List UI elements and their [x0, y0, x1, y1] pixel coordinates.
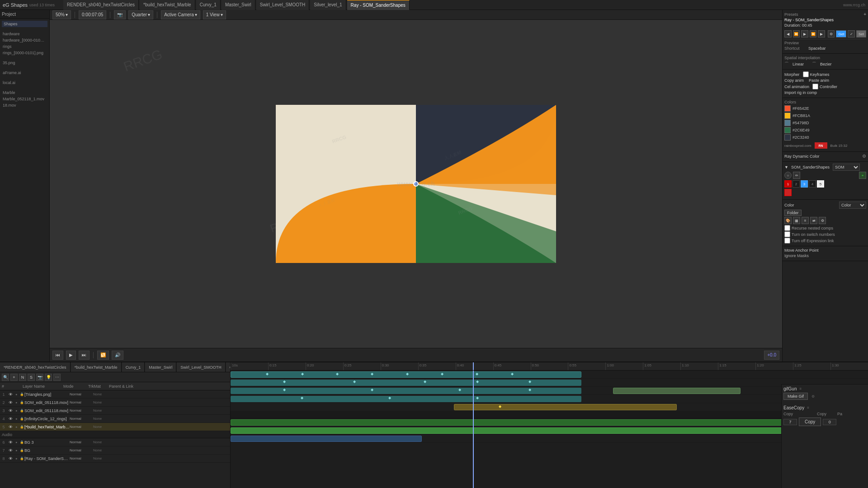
- loop-btn[interactable]: 🔁: [97, 351, 109, 360]
- lc-light-btn[interactable]: 💡: [45, 374, 52, 381]
- lr-solo-6[interactable]: ●: [14, 441, 19, 444]
- lr-solo-8[interactable]: ●: [14, 457, 19, 460]
- rp-nav-right2[interactable]: ⏩: [810, 30, 817, 38]
- color-item-2[interactable]: #FCB81A: [784, 113, 866, 119]
- rp-morpher-label[interactable]: Morpher: [784, 72, 800, 77]
- rp-linear-label[interactable]: Linear: [793, 62, 804, 66]
- rp-recurse-check[interactable]: [784, 225, 790, 231]
- track-bar-3[interactable]: ◆ ◆ ◆ ◆: [231, 388, 581, 394]
- rp-keyframes-check[interactable]: [803, 71, 809, 77]
- rp-som-toggle[interactable]: ▼: [784, 165, 788, 169]
- lr-solo-5[interactable]: ●: [14, 425, 19, 428]
- lr-lock-1[interactable]: 🔒: [19, 393, 24, 396]
- color-item-4[interactable]: #2C6E49: [784, 127, 866, 133]
- rp-folder-btn[interactable]: Folder: [784, 210, 802, 216]
- lr-eye-1[interactable]: 👁: [7, 392, 14, 397]
- rp-add-icon[interactable]: +: [859, 172, 866, 179]
- lr-solo-2[interactable]: ●: [14, 401, 19, 404]
- next-frame-btn[interactable]: ⏭: [79, 351, 90, 360]
- slot-2[interactable]: 2: [793, 180, 800, 188]
- lr-lock-4[interactable]: 🔒: [19, 417, 24, 421]
- tab-swirl-smooth[interactable]: Swirl_Level_SMOOTH: [256, 0, 310, 10]
- rp-bezier-label[interactable]: Bezier: [820, 62, 832, 66]
- view-count-btn[interactable]: 1 View ▾: [203, 10, 226, 19]
- slot-5[interactable]: 5: [817, 180, 824, 188]
- rp-plus-icon[interactable]: +: [863, 12, 866, 17]
- rp-grid-icon[interactable]: ▦: [793, 217, 800, 224]
- lc-search-btn[interactable]: 🔍: [2, 374, 9, 381]
- track-area[interactable]: ◆ ◆ ◆ ◆ ◆ ◆ ◆ ◆ ◆ ◆ ◆: [231, 371, 868, 488]
- lr-solo-4[interactable]: ●: [14, 417, 19, 420]
- rp-cel-label[interactable]: Cel animation: [784, 84, 809, 89]
- playhead[interactable]: [473, 362, 474, 370]
- tab-master-swirl[interactable]: Master_Swirl: [222, 0, 255, 10]
- left-item-rings[interactable]: rings: [2, 43, 47, 50]
- lr-lock-5[interactable]: 🔒: [19, 425, 24, 429]
- color-item-5[interactable]: #2C3240: [784, 134, 866, 141]
- make-gif-btn[interactable]: Make Gif: [783, 393, 808, 400]
- left-item-35[interactable]: 35.png: [2, 60, 47, 66]
- track-bar-8[interactable]: [231, 436, 422, 442]
- left-item-rings-png[interactable]: rings_[0000-0101].png: [2, 50, 47, 56]
- left-item-hardware[interactable]: hardware: [2, 31, 47, 37]
- slot-1[interactable]: 1: [784, 180, 792, 188]
- track-bar-6[interactable]: [231, 419, 804, 426]
- lr-eye-8[interactable]: 👁: [7, 456, 14, 461]
- anchor-point[interactable]: [413, 181, 419, 187]
- rp-set-btn[interactable]: Set: [856, 30, 866, 38]
- rp-nav-right[interactable]: ▶: [818, 30, 825, 38]
- lc-solid-btn[interactable]: S: [28, 374, 35, 381]
- copy-big-btn[interactable]: Copy: [799, 418, 821, 426]
- composition-canvas[interactable]: www.rrcg.ch RRCG RRCG 人人素材 人人素材: [276, 105, 556, 263]
- layer-row-6[interactable]: 6 👁 ● 🔒 BG 3 Normal None: [0, 438, 230, 446]
- left-item-18mov[interactable]: 18.mov: [2, 102, 47, 108]
- track-bar-1[interactable]: ◆ ◆ ◆ ◆ ◆ ◆ ◆ ◆: [231, 371, 581, 378]
- left-panel-content[interactable]: Shapes hardware hardware_[0000-0101].png…: [0, 19, 49, 361]
- tl-tab-master[interactable]: Master_Swirl: [145, 362, 176, 372]
- tl-tab-build[interactable]: *build_hexTwist_Marble: [71, 362, 122, 372]
- lr-solo-3[interactable]: ●: [14, 409, 19, 412]
- track-bar-4[interactable]: ◆ ◆ ◆: [231, 396, 581, 402]
- rp-som-dropdown[interactable]: SOM: [833, 164, 860, 171]
- track-bar-3b[interactable]: [613, 388, 741, 394]
- slot-3[interactable]: 3: [801, 180, 808, 188]
- play-btn[interactable]: ▶: [66, 351, 76, 360]
- tab-silver-level[interactable]: Silver_level_1: [310, 0, 346, 10]
- lr-lock-3[interactable]: 🔒: [19, 409, 24, 413]
- lr-eye-4[interactable]: 👁: [7, 417, 14, 421]
- left-item-hardware-png[interactable]: hardware_[0000-0101].png: [2, 37, 47, 43]
- lr-eye-5[interactable]: 👁: [7, 425, 14, 429]
- layer-row-8[interactable]: 8 👁 ● 🔒 [Ray - SOM_SanderShapes] Normal …: [0, 455, 230, 463]
- rp-play[interactable]: ▶: [801, 30, 808, 38]
- layer-row-3[interactable]: 3 👁 ● 🔒 SOM_edit_051118.mov] Normal None: [0, 407, 230, 415]
- tl-tab-curvy[interactable]: Curvy_1: [122, 362, 145, 372]
- layer-row-1[interactable]: 1 👁 ● 🔒 [Triangles.png] Normal None: [0, 390, 230, 399]
- lr-eye-6[interactable]: 👁: [7, 440, 14, 445]
- lr-lock-8[interactable]: 🔒: [19, 457, 24, 460]
- rp-switch-check[interactable]: [784, 231, 790, 237]
- timecode-display[interactable]: 0:00:07:05: [79, 10, 106, 19]
- rp-palette-icon[interactable]: 🎨: [784, 217, 792, 224]
- zoom-btn[interactable]: 50% ▾: [52, 10, 71, 19]
- rp-check[interactable]: ✓: [848, 30, 855, 38]
- rp-paste-anim[interactable]: Paste anim: [809, 78, 829, 83]
- lc-more-btn[interactable]: ⋯: [53, 374, 61, 381]
- track-bar-7[interactable]: [231, 427, 836, 434]
- lr-lock-6[interactable]: 🔒: [19, 441, 24, 444]
- slot-4[interactable]: 4: [809, 180, 816, 188]
- tl-tab-render1[interactable]: *RENDER_sh040_hexTwistCircles: [0, 362, 71, 372]
- track-bar-5[interactable]: ◆: [454, 404, 677, 410]
- snapshot-btn[interactable]: 📷: [114, 10, 126, 19]
- track-bar-2[interactable]: ◆ ◆ ◆ ◆ ◆: [231, 380, 581, 386]
- color-item-1[interactable]: #F6542E: [784, 105, 866, 112]
- render-btn[interactable]: +0.0: [764, 351, 779, 360]
- lr-solo-1[interactable]: ●: [14, 393, 19, 396]
- lr-lock-7[interactable]: 🔒: [19, 449, 24, 452]
- rp-get-btn[interactable]: Get: [836, 30, 846, 38]
- left-item-marble[interactable]: Marble: [2, 89, 47, 96]
- left-item-aframe[interactable]: aFrame.ai: [2, 70, 47, 76]
- rp-expression-check[interactable]: [784, 238, 790, 244]
- rp-controller-check[interactable]: [812, 84, 818, 89]
- lr-eye-2[interactable]: 👁: [7, 400, 14, 405]
- rp-pen-icon[interactable]: ✏: [793, 172, 800, 179]
